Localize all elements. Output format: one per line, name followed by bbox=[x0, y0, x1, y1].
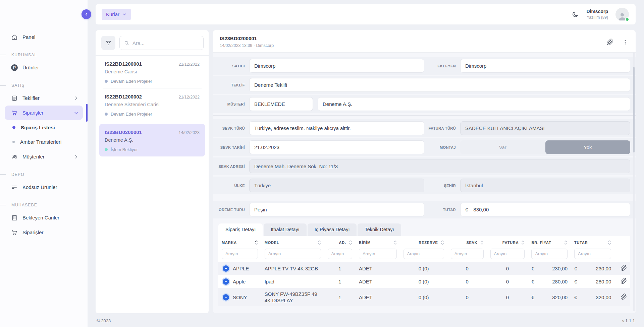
field-label-musteri: MÜŞTERİ bbox=[218, 102, 249, 106]
column-header-ad[interactable]: AD. bbox=[324, 236, 356, 248]
search-row bbox=[101, 36, 203, 50]
sidebar-item-musteriler[interactable]: Müşteriler bbox=[5, 149, 83, 164]
filter-input-rezerve[interactable] bbox=[404, 249, 444, 259]
fatura-turu-input bbox=[460, 121, 630, 135]
tab-teknik-detayi[interactable]: Teknik Detayı bbox=[358, 223, 401, 236]
montaj-option-yok[interactable]: Yok bbox=[545, 140, 631, 154]
expand-row-plus-icon[interactable] bbox=[223, 294, 229, 301]
order-list-item-selected[interactable]: IS23BD0200001 14/02/2023 Deneme A.Ş. İşl… bbox=[99, 124, 205, 156]
people-icon bbox=[11, 153, 18, 160]
filter-input-model[interactable] bbox=[265, 249, 321, 259]
form-row-sevk-fatura: SEVK TÜRÜ FATURA TÜRÜ bbox=[213, 119, 636, 137]
field-label-montaj: MONTAJ bbox=[424, 145, 460, 149]
sidebar-item-label: Siparişler bbox=[22, 110, 69, 116]
filter-input-tutar[interactable] bbox=[574, 249, 611, 259]
table-row[interactable]: Apple Ipad 1 ADET 0 (0) 0 0 €280,00 €280… bbox=[218, 275, 630, 288]
sidebar-subitem-ambar-transferleri[interactable]: Ambar Transferleri bbox=[5, 135, 83, 149]
sevk-turu-input[interactable] bbox=[249, 121, 424, 135]
sort-icon bbox=[255, 240, 258, 245]
table-row[interactable]: APPLE APPLE TV TV 4K 32GB 1 ADET 0 (0) 0… bbox=[218, 262, 630, 275]
avatar[interactable] bbox=[615, 8, 629, 21]
topbar-right: Dimscorp Yazılım (89) bbox=[572, 8, 629, 21]
paperclip-icon[interactable] bbox=[621, 265, 627, 271]
sevk-adresi-input bbox=[249, 159, 630, 173]
tab-siparis-detayi[interactable]: Sipariş Detayı bbox=[218, 223, 263, 236]
musteri-name-input[interactable] bbox=[318, 97, 630, 111]
order-list-item[interactable]: IS22BD1200001 21/12/2022 Deneme Carisi D… bbox=[101, 56, 203, 88]
tab-ithalat-detayi[interactable]: İthalat Detayı bbox=[264, 223, 306, 236]
form-row-tarih-montaj: SEVK TARİHİ MONTAJ Var Yok bbox=[213, 138, 636, 156]
column-header-rezerve[interactable]: REZERVE bbox=[400, 236, 447, 248]
currency-rates-dropdown[interactable]: Kurlar bbox=[102, 9, 131, 20]
sidebar-item-label: Kodsuz Ürünler bbox=[22, 184, 79, 190]
section-label: DEPO bbox=[11, 172, 24, 177]
filter-input-birim[interactable] bbox=[359, 249, 397, 259]
version: v.1.1.1 bbox=[622, 318, 635, 323]
sidebar-item-label: Ürünler bbox=[22, 65, 79, 70]
form-row-odeme-tutar: ÖDEME TÜRÜ TUTAR € 830,00 bbox=[213, 201, 636, 218]
montaj-option-var[interactable]: Var bbox=[460, 140, 545, 154]
divider bbox=[213, 115, 636, 116]
column-header-tutar[interactable]: TUTAR bbox=[571, 236, 614, 248]
scrollbar-thumb[interactable] bbox=[633, 67, 635, 152]
form-row-musteri: MÜŞTERİ bbox=[213, 95, 636, 113]
table-row[interactable]: SONY SONY FW-49BZ35F 49 4K DISPLAY 1 ADE… bbox=[218, 288, 630, 306]
filter-input-marka[interactable] bbox=[222, 249, 258, 259]
paperclip-icon[interactable] bbox=[606, 39, 613, 46]
order-list-item[interactable]: IS22BD1200002 21/12/2022 Deneme Sistemle… bbox=[101, 88, 203, 121]
musteri-status-input[interactable] bbox=[249, 97, 313, 111]
sevk-tarihi-input[interactable] bbox=[249, 140, 424, 154]
cell-tutar: €230,00 bbox=[571, 262, 614, 275]
currency-symbol: € bbox=[531, 278, 534, 285]
main-area: Kurlar Dimscorp Yazılım (89) bbox=[88, 0, 644, 327]
expand-row-plus-icon[interactable] bbox=[223, 265, 229, 272]
kebab-menu-icon[interactable] bbox=[622, 39, 628, 45]
currency-rates-label: Kurlar bbox=[106, 11, 119, 17]
expand-row-plus-icon[interactable] bbox=[223, 278, 229, 285]
filter-input-fatura[interactable] bbox=[490, 249, 525, 259]
filter-input-br-fiyat[interactable] bbox=[531, 249, 568, 259]
sort-icon bbox=[564, 240, 568, 245]
satici-input[interactable] bbox=[249, 59, 424, 73]
tab-ic-piyasa-detayi[interactable]: İç Piyasa Detayı bbox=[308, 223, 357, 236]
sidebar-item-label: Panel bbox=[22, 34, 79, 40]
sidebar-item-muhasebe-siparisler[interactable]: Siparişler bbox=[5, 225, 83, 240]
filter-button[interactable] bbox=[101, 36, 115, 50]
cell-model: SONY FW-49BZ35F 49 4K DISPLAY bbox=[261, 288, 324, 306]
sidebar-section-depo: DEPO bbox=[0, 172, 88, 177]
cell-model: APPLE TV TV 4K 32GB bbox=[261, 262, 324, 275]
sidebar-item-bekleyen-cariler[interactable]: Bekleyen Cariler bbox=[5, 210, 83, 225]
sidebar-item-teklifler[interactable]: Teklifler bbox=[5, 91, 83, 105]
user-info[interactable]: Dimscorp Yazılım (89) bbox=[586, 9, 608, 20]
tutar-input[interactable]: € 830,00 bbox=[460, 203, 630, 216]
cell-rezerve: 0 (0) bbox=[400, 262, 447, 275]
sidebar-item-kodsuz-urunler[interactable]: Kodsuz Ürünler bbox=[5, 180, 83, 194]
order-code: IS22BD1200001 bbox=[105, 61, 142, 67]
sidebar-collapse-button[interactable] bbox=[82, 9, 91, 19]
ekleyen-input[interactable] bbox=[460, 59, 630, 73]
topbar: Kurlar Dimscorp Yazılım (89) bbox=[96, 4, 636, 24]
sehir-input bbox=[460, 179, 630, 192]
paperclip-icon[interactable] bbox=[621, 278, 627, 284]
search-input[interactable] bbox=[132, 40, 199, 46]
column-header-br-fiyat[interactable]: BR. FİYAT bbox=[528, 236, 571, 248]
sidebar-item-urunler[interactable]: P Ürünler bbox=[5, 60, 83, 75]
paperclip-icon[interactable] bbox=[621, 293, 627, 300]
status-label: Devam Eden Projeler bbox=[111, 112, 152, 117]
filter-input-ad[interactable] bbox=[328, 249, 352, 259]
dark-mode-moon-icon[interactable] bbox=[572, 11, 579, 18]
tutar-value: 830,00 bbox=[473, 207, 489, 212]
filter-input-sevk[interactable] bbox=[451, 249, 484, 259]
column-header-marka[interactable]: MARKA bbox=[218, 236, 261, 248]
column-header-fatura[interactable]: FATURA bbox=[487, 236, 528, 248]
column-header-birim[interactable]: BİRİM bbox=[356, 236, 400, 248]
teklif-input[interactable] bbox=[249, 78, 630, 92]
sidebar-item-siparisler[interactable]: Siparişler bbox=[5, 106, 83, 120]
search-icon bbox=[124, 40, 129, 46]
sidebar-subitem-siparis-listesi[interactable]: Sipariş Listesi bbox=[5, 120, 83, 135]
sidebar-item-panel[interactable]: Panel bbox=[5, 30, 83, 44]
field-label-ulke: ÜLKE bbox=[218, 184, 249, 188]
column-header-sevk[interactable]: SEVK bbox=[447, 236, 487, 248]
column-header-model[interactable]: MODEL bbox=[261, 236, 324, 248]
odeme-turu-input[interactable] bbox=[249, 203, 424, 216]
